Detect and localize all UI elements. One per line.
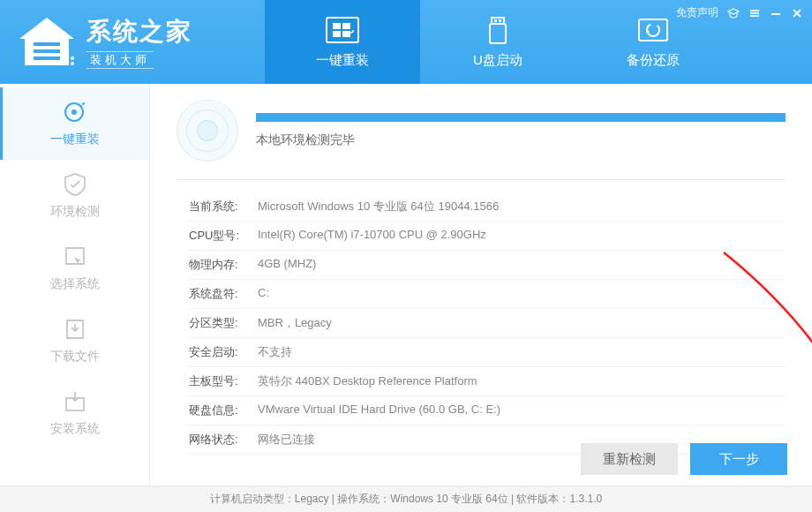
info-value: Microsoft Windows 10 专业版 64位 19044.1566 bbox=[258, 199, 499, 215]
select-icon bbox=[62, 245, 88, 269]
sidebar-item-label: 选择系统 bbox=[50, 276, 100, 292]
progress-bar bbox=[256, 113, 786, 122]
info-label: 主板型号: bbox=[189, 373, 258, 389]
svg-point-6 bbox=[71, 62, 74, 65]
svg-rect-18 bbox=[750, 10, 759, 11]
sidebar: 一键重装 环境检测 选择系统 下载文件 安装系统 bbox=[0, 84, 150, 486]
next-button[interactable]: 下一步 bbox=[690, 443, 787, 475]
top-tabs: 一键重装 U盘启动 备份还原 bbox=[265, 0, 731, 84]
app-header: 系统之家 装机大师 一键重装 U盘启动 备份还原 免责声明 bbox=[0, 0, 812, 84]
close-button[interactable] bbox=[791, 7, 803, 19]
disclaimer-link[interactable]: 免责声明 bbox=[676, 5, 718, 20]
svg-rect-19 bbox=[750, 12, 759, 14]
info-row: 分区类型:MBR，Legacy bbox=[189, 309, 786, 338]
sidebar-item-label: 环境检测 bbox=[50, 204, 100, 220]
svg-rect-15 bbox=[490, 24, 506, 43]
svg-rect-0 bbox=[34, 42, 60, 46]
target-icon bbox=[62, 100, 88, 124]
install-icon bbox=[62, 389, 88, 414]
info-label: 分区类型: bbox=[189, 315, 258, 331]
brand-subtitle: 装机大师 bbox=[86, 51, 154, 69]
info-row: 硬盘信息:VMware Virtual IDE Hard Drive (60.0… bbox=[189, 396, 786, 425]
svg-rect-21 bbox=[771, 13, 780, 15]
tab-reinstall[interactable]: 一键重装 bbox=[265, 0, 420, 84]
info-row: CPU型号:Intel(R) Core(TM) i7-10700 CPU @ 2… bbox=[189, 222, 786, 251]
svg-rect-8 bbox=[333, 23, 341, 29]
tab-usb-boot[interactable]: U盘启动 bbox=[420, 0, 575, 84]
info-label: 物理内存: bbox=[189, 257, 258, 273]
svg-rect-16 bbox=[639, 19, 667, 41]
info-row: 当前系统:Microsoft Windows 10 专业版 64位 19044.… bbox=[189, 192, 786, 222]
tab-label: 一键重装 bbox=[316, 52, 369, 69]
info-row: 系统盘符:C: bbox=[189, 280, 786, 309]
info-row: 安全启动:不支持 bbox=[189, 338, 786, 367]
rescan-button[interactable]: 重新检测 bbox=[581, 443, 678, 475]
scan-status-text: 本地环境检测完毕 bbox=[256, 132, 786, 148]
sidebar-item-env-check[interactable]: 环境检测 bbox=[0, 160, 149, 232]
info-value: MBR，Legacy bbox=[258, 315, 332, 331]
windows-icon bbox=[324, 15, 361, 47]
sidebar-item-label: 下载文件 bbox=[50, 349, 100, 365]
sidebar-item-reinstall[interactable]: 一键重装 bbox=[0, 87, 149, 160]
info-label: 当前系统: bbox=[189, 199, 258, 215]
info-label: 硬盘信息: bbox=[189, 403, 258, 418]
svg-point-17 bbox=[647, 24, 659, 36]
body-area: 一键重装 环境检测 选择系统 下载文件 安装系统 本地环境检测完毕 当前系统:M… bbox=[0, 84, 812, 486]
svg-point-5 bbox=[65, 62, 69, 65]
window-controls: 免责声明 bbox=[676, 5, 803, 20]
tab-label: 备份还原 bbox=[627, 52, 680, 69]
usb-icon bbox=[479, 15, 516, 47]
info-label: 系统盘符: bbox=[189, 286, 258, 302]
info-label: 安全启动: bbox=[189, 344, 258, 360]
scan-status-row: 本地环境检测完毕 bbox=[177, 100, 786, 180]
svg-rect-14 bbox=[499, 19, 501, 22]
info-value: 英特尔 440BX Desktop Reference Platform bbox=[258, 373, 477, 389]
svg-rect-7 bbox=[327, 18, 358, 42]
svg-rect-1 bbox=[34, 49, 60, 53]
info-row: 物理内存:4GB (MHZ) bbox=[189, 251, 786, 280]
svg-point-4 bbox=[71, 56, 74, 60]
info-value: VMware Virtual IDE Hard Drive (60.0 GB, … bbox=[258, 403, 500, 418]
graduation-icon[interactable] bbox=[727, 7, 740, 19]
svg-point-23 bbox=[71, 109, 77, 115]
svg-rect-20 bbox=[750, 15, 759, 17]
brand-title: 系统之家 bbox=[86, 15, 192, 49]
restore-icon bbox=[635, 15, 672, 47]
info-value: 4GB (MHZ) bbox=[258, 257, 316, 273]
system-info-list: 当前系统:Microsoft Windows 10 专业版 64位 19044.… bbox=[177, 180, 786, 455]
logo-area: 系统之家 装机大师 bbox=[0, 15, 265, 69]
tab-label: U盘启动 bbox=[473, 52, 523, 69]
svg-rect-10 bbox=[333, 31, 341, 37]
info-value: 网络已连接 bbox=[258, 432, 315, 448]
info-value: Intel(R) Core(TM) i7-10700 CPU @ 2.90GHz bbox=[258, 228, 486, 244]
footer-text: 计算机启动类型：Legacy | 操作系统：Windows 10 专业版 64位… bbox=[210, 492, 602, 507]
house-logo-icon bbox=[16, 16, 78, 69]
info-row: 主板型号:英特尔 440BX Desktop Reference Platfor… bbox=[189, 367, 786, 396]
info-value: C: bbox=[258, 286, 269, 302]
minimize-button[interactable] bbox=[770, 7, 782, 19]
download-icon bbox=[62, 317, 88, 342]
svg-point-3 bbox=[65, 56, 69, 60]
status-bar: 计算机启动类型：Legacy | 操作系统：Windows 10 专业版 64位… bbox=[0, 486, 812, 512]
info-value: 不支持 bbox=[258, 344, 292, 360]
sidebar-item-install[interactable]: 安装系统 bbox=[0, 377, 149, 449]
settings-icon[interactable] bbox=[748, 7, 761, 19]
svg-rect-2 bbox=[34, 56, 60, 60]
info-label: 网络状态: bbox=[189, 432, 258, 448]
radar-icon bbox=[177, 100, 238, 162]
sidebar-item-download[interactable]: 下载文件 bbox=[0, 305, 149, 377]
main-panel: 本地环境检测完毕 当前系统:Microsoft Windows 10 专业版 6… bbox=[150, 84, 812, 486]
svg-rect-9 bbox=[342, 23, 350, 29]
info-label: CPU型号: bbox=[189, 228, 258, 244]
sidebar-item-select-system[interactable]: 选择系统 bbox=[0, 232, 149, 305]
sidebar-item-label: 一键重装 bbox=[50, 132, 100, 147]
svg-rect-12 bbox=[492, 18, 504, 24]
shield-check-icon bbox=[62, 172, 88, 197]
svg-rect-13 bbox=[494, 19, 497, 22]
sidebar-item-label: 安装系统 bbox=[50, 421, 100, 437]
